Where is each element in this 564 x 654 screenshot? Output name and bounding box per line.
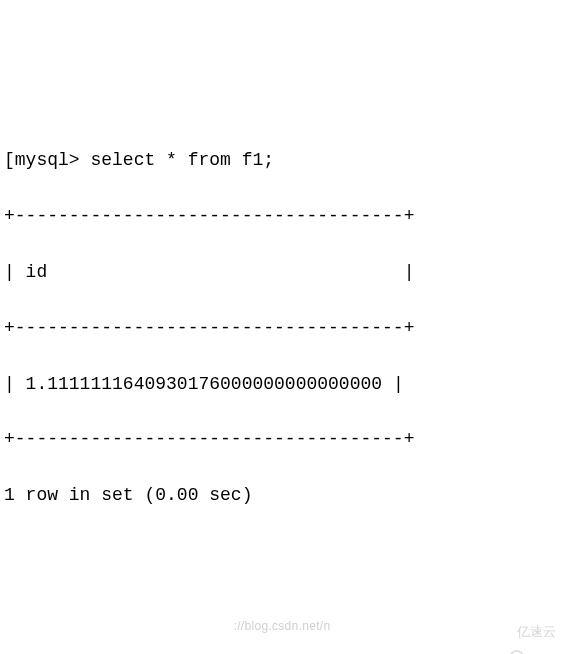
query-block-1: [mysql> select * from f1; +-------------…	[4, 120, 560, 538]
prompt-text: mysql>	[15, 150, 80, 170]
watermark-url: ://blog.csdn.net/n	[234, 617, 331, 636]
table-data-row: | 1.1111111640930176000000000000000 |	[4, 371, 560, 399]
table-border-mid: +------------------------------------+	[4, 315, 560, 343]
column-header: id	[26, 262, 48, 282]
cell-value: 1.1111111640930176000000000000000	[26, 374, 382, 394]
watermark-text: 亿速云	[517, 622, 556, 642]
prompt-line: [mysql> select * from f1;	[4, 147, 560, 175]
watermark-brand: 亿速云	[481, 622, 556, 642]
prompt-line: [mysql> select * from f2;	[4, 650, 560, 654]
bracket-icon: [	[4, 150, 15, 170]
table-border-top: +------------------------------------+	[4, 203, 560, 231]
table-header-row: | id |	[4, 259, 560, 287]
cloud-icon	[481, 622, 511, 642]
table-border-bottom: +------------------------------------+	[4, 426, 560, 454]
sql-command: select * from f1;	[90, 150, 274, 170]
result-status: 1 row in set (0.00 sec)	[4, 482, 560, 510]
